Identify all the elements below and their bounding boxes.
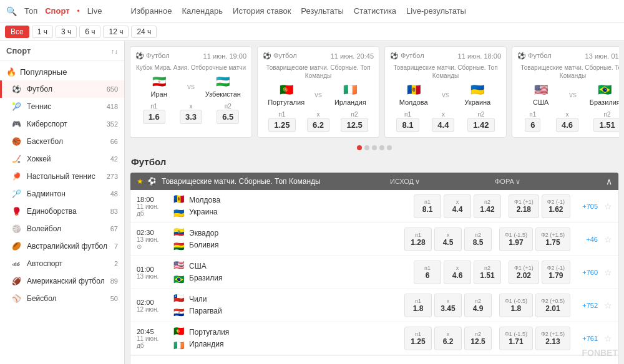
plus-count-1[interactable]: +46 <box>574 236 598 243</box>
odd-main-p1-2[interactable]: п16 <box>414 261 441 284</box>
odd-fora1-0[interactable]: Ф1 (+1)2.18 <box>509 194 539 218</box>
odd-p2-3: п2 1.51 <box>593 111 619 132</box>
iskhod-label[interactable]: ИСХОД <box>390 178 414 185</box>
odd-main-x-0[interactable]: х4.4 <box>444 194 471 218</box>
sidebar-item-americanfootball[interactable]: 🏈 Американский футбол 89 <box>0 272 124 290</box>
fora-label[interactable]: ФОРА <box>495 178 514 185</box>
sidebar-item-motorsport[interactable]: 🏎 Автоспорт 2 <box>0 255 124 272</box>
nav-results[interactable]: Результаты <box>301 6 343 16</box>
collapse-icon[interactable]: ∧ <box>606 176 612 186</box>
odd-fora2-4[interactable]: Ф2 (+1.5)2.13 <box>535 327 570 350</box>
odd-val-p2-0[interactable]: 6.5 <box>217 110 239 124</box>
show-more-button[interactable]: Показать еще <box>130 355 618 364</box>
dot-3[interactable] <box>379 145 384 150</box>
nav-top[interactable]: Топ <box>24 6 37 16</box>
filter-3h[interactable]: 3 ч <box>56 26 77 38</box>
odd-fora2-3[interactable]: Ф2 (+0.5)2.01 <box>535 294 570 317</box>
odd-val-x-3[interactable]: 4.6 <box>556 118 578 132</box>
match-flag-1: 🇪🇨 🇧🇴 <box>172 226 185 253</box>
filter-12h[interactable]: 12 ч <box>103 26 129 38</box>
plus-count-4[interactable]: +761 <box>574 335 598 342</box>
sidebar-item-tabletennis[interactable]: 🏓 Настольный теннис 273 <box>0 168 124 185</box>
odd-fora1-1[interactable]: Ф1 (-1.5)1.97 <box>499 228 533 251</box>
odd-main-p2-1[interactable]: п28.5 <box>464 228 492 251</box>
odd-main-p2-3[interactable]: п24.9 <box>464 294 492 317</box>
search-icon[interactable]: 🔍 <box>6 6 17 16</box>
plus-count-2[interactable]: +760 <box>574 269 598 276</box>
dot-2[interactable] <box>372 145 377 150</box>
nav-live-results[interactable]: Live-результаты <box>406 6 466 16</box>
odd-val-p2-2[interactable]: 1.42 <box>467 118 494 132</box>
odd-fora1-2[interactable]: Ф1 (+1)2.02 <box>509 261 539 284</box>
dot-1[interactable] <box>364 145 369 150</box>
odd-main-p1-0[interactable]: п18.1 <box>414 194 441 218</box>
odd-main-p1-4[interactable]: п11.25 <box>404 327 432 350</box>
sidebar-sort-icon[interactable]: ↑↓ <box>111 47 118 55</box>
odd-val-x-0[interactable]: 3.3 <box>180 110 202 124</box>
odd-val-x-1[interactable]: 6.2 <box>307 118 329 132</box>
odd-main-p2-4[interactable]: п212.5 <box>464 327 492 350</box>
sidebar-item-aussie[interactable]: 🏉 Австралийский футбол 7 <box>0 237 124 255</box>
odd-val-2[interactable]: 8.1 <box>396 118 419 132</box>
dot-0[interactable] <box>357 145 362 150</box>
filter-1h[interactable]: 1 ч <box>32 26 53 38</box>
odd-val-3[interactable]: 6 <box>525 118 540 132</box>
sidebar-item-basketball[interactable]: 🏀 Баскетбол 66 <box>0 133 124 150</box>
sidebar-item-esports[interactable]: 🎮 Киберспорт 352 <box>0 115 124 133</box>
filter-6h[interactable]: 6 ч <box>79 26 100 38</box>
odd-fora2-0[interactable]: Ф2 (-1)1.62 <box>542 194 570 218</box>
odd-main-p1-3[interactable]: п11.8 <box>404 294 432 317</box>
odd-fora2-2[interactable]: Ф2 (-1)1.79 <box>542 261 570 284</box>
odd-val-1[interactable]: 1.25 <box>268 118 295 132</box>
filter-24h[interactable]: 24 ч <box>131 26 157 38</box>
sidebar-count-motorsport: 2 <box>114 260 118 267</box>
star-icon-3[interactable]: ☆ <box>604 300 612 310</box>
star-header-icon[interactable]: ★ <box>137 177 144 186</box>
col-fora: ФОРА ∨ <box>495 178 595 186</box>
sidebar-item-tennis[interactable]: 🎾 Теннис 418 <box>0 98 124 115</box>
odd-fora1-4[interactable]: Ф1 (-1.5)1.71 <box>499 327 533 350</box>
odd-main-p2-0[interactable]: п21.42 <box>474 194 501 218</box>
filter-all[interactable]: Все <box>5 26 29 38</box>
fora-chevron[interactable]: ∨ <box>515 178 520 186</box>
sidebar-item-martial[interactable]: 🥊 Единоборства 83 <box>0 203 124 220</box>
dot-4[interactable] <box>387 145 392 150</box>
odd-main-x-3[interactable]: х3.45 <box>434 294 462 317</box>
sidebar-item-badminton[interactable]: 🏸 Бадминтон 48 <box>0 185 124 203</box>
plus-count-3[interactable]: +752 <box>574 302 598 309</box>
nav-stats[interactable]: Статистика <box>354 6 396 16</box>
odd-fora1-3[interactable]: Ф1 (-0.5)1.8 <box>499 294 533 317</box>
sidebar-label-esports: Киберспорт <box>27 120 67 128</box>
sidebar-item-baseball[interactable]: ⚾ Бейсбол 50 <box>0 290 124 307</box>
odd-p2-0: п2 6.5 <box>217 103 239 124</box>
odd-val-p2-1[interactable]: 12.5 <box>341 118 368 132</box>
nav-favorites[interactable]: Избранное <box>131 6 172 16</box>
odd-main-p2-2[interactable]: п21.51 <box>474 261 501 284</box>
odd-val-x-2[interactable]: 4.4 <box>432 118 454 132</box>
sidebar-popular[interactable]: 🔥 Популярные <box>0 64 124 80</box>
motorsport-icon: 🏎 <box>11 258 22 269</box>
nav-calendar[interactable]: Календарь <box>182 6 223 16</box>
nav-history[interactable]: История ставок <box>233 6 291 16</box>
sidebar-label-football: Футбол <box>27 85 52 93</box>
odd-main-x-4[interactable]: х6.2 <box>434 327 462 350</box>
star-icon-0[interactable]: ☆ <box>604 201 612 211</box>
star-icon-4[interactable]: ☆ <box>604 333 612 343</box>
odd-main-x-1[interactable]: х4.5 <box>434 228 462 251</box>
sidebar-item-hockey[interactable]: 🏒 Хоккей 42 <box>0 150 124 168</box>
time-extra-4: дб <box>137 342 168 349</box>
star-icon-1[interactable]: ☆ <box>604 234 612 244</box>
sidebar-item-football[interactable]: ⚽ Футбол 650 <box>0 80 124 98</box>
nav-live[interactable]: Live <box>87 6 102 16</box>
plus-count-0[interactable]: +705 <box>574 203 598 210</box>
odd-fora2-1[interactable]: Ф2 (+1.5)1.75 <box>535 228 570 251</box>
sidebar-item-volleyball[interactable]: 🏐 Волейбол 67 <box>0 220 124 237</box>
nav-sport[interactable]: Спорт <box>45 6 69 16</box>
odd-main-p1-1[interactable]: п11.28 <box>404 228 432 251</box>
odd-val-0[interactable]: 1.6 <box>143 110 165 124</box>
odd-val-p2-3[interactable]: 1.51 <box>593 118 619 132</box>
star-icon-2[interactable]: ☆ <box>604 267 612 277</box>
featured-card-header-2: ⚽ Футбол 11 июн. 18:00 <box>390 52 501 60</box>
odd-main-x-2[interactable]: х4.6 <box>444 261 471 284</box>
iskhod-chevron[interactable]: ∨ <box>415 178 420 186</box>
